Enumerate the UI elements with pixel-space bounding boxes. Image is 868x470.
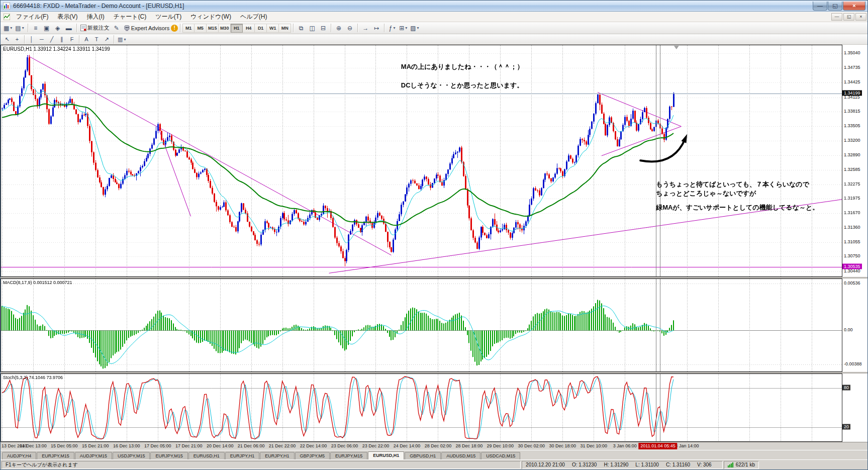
timeframe-group: M1M5M15M30H1H4D1W1MN [182,24,291,33]
chart-tab[interactable]: AUDUSD,M15 [441,452,480,459]
timeframe-button-mn[interactable]: MN [279,24,291,33]
metaeditor-button[interactable]: ✎ [111,23,122,33]
chart-tab[interactable]: EURUSD,H1 [188,452,225,459]
time-axis-label: 30 Dec 02:00 [518,443,545,448]
periods-icon: ⊞ [399,25,404,32]
menu-item[interactable]: 挿入(I) [82,12,109,21]
text-label-button[interactable]: T [91,35,102,44]
menu-item[interactable]: ヘルプ(H) [236,12,272,21]
tile-vertical-icon: ⊟ [321,25,326,32]
chart-window-icon [3,13,11,21]
new-chart-button[interactable]: ▦▾ [2,23,14,33]
chart-tab[interactable]: EURJPY,H1 [225,452,259,459]
styles-icon: ▥ [118,36,123,43]
chart-text-annotation[interactable]: DCしそうな・・とか思ったと思います。 [401,81,523,90]
time-axis-label: 28 Dec 02:00 [425,443,452,448]
chart-tab[interactable]: GBPUSD,H1 [405,452,441,459]
timeframe-button-d1[interactable]: D1 [255,24,267,33]
menu-item[interactable]: ツール(T) [151,12,186,21]
cursor-icon: ↖ [5,36,9,43]
data-window-button[interactable]: ▣ [41,23,52,33]
crosshair-button[interactable]: + [12,35,22,44]
indicators-button[interactable]: ƒ▾ [387,23,398,33]
timeframe-button-w1[interactable]: W1 [267,24,279,33]
standard-toolbar: ▦▾ ▤▾ ≡ ▣ ◈ ▬ 新規注文 ✎ Expert Advisors ! M… [1,22,867,34]
timeframe-button-m5[interactable]: M5 [195,24,207,33]
close-icon[interactable]: × [843,2,865,11]
expert-advisors-label: Expert Advisors [131,25,169,31]
fibonacci-button[interactable]: F [67,35,77,44]
zoom-out-button[interactable]: ⊖ [344,23,355,33]
time-axis-label: 17 Dec 21:00 [175,443,203,448]
menu-item[interactable]: ウィンドウ(W) [186,12,236,21]
price-axis[interactable]: 1.350401.347351.344251.341151.338151.335… [842,45,867,277]
trendline-button[interactable]: ╱ [47,35,57,44]
price-marker-box: 1.30535 [842,263,862,269]
menu-bar: ファイル(F)表示(V)挿入(I)チャート(C)ツール(T)ウィンドウ(W)ヘル… [1,12,867,22]
tile-horizontal-button[interactable]: ◫ [307,23,318,33]
navigator-button[interactable]: ◈ [52,23,63,33]
chart-tab[interactable]: EURJPY,H1 [260,452,294,459]
main-price-chart[interactable]: EURUSD,H1 1.33912 1.34224 1.33911 1.3419… [1,45,842,277]
child-close-icon[interactable]: × [855,13,866,21]
timeframe-button-m1[interactable]: M1 [182,24,195,33]
arrows-icon: ↗ [104,36,109,43]
timeframe-button-h4[interactable]: H4 [243,24,255,33]
vertical-line-button[interactable]: │ [27,35,37,44]
time-axis-label: 24 Dec 14:00 [394,443,421,448]
cursor-button[interactable]: ↖ [2,35,12,44]
tile-vertical-button[interactable]: ⊟ [318,23,329,33]
child-minimize-icon[interactable]: — [831,13,842,21]
metaeditor-icon: ✎ [114,25,119,32]
auto-scroll-button[interactable]: → [360,23,371,33]
restore-icon[interactable]: ◱ [828,2,842,11]
title-bar[interactable]: 66694418: FXDD - MetaTrader - Demo Accou… [1,1,867,12]
zoom-in-button[interactable]: ⊕ [333,23,344,33]
styles-button[interactable]: ▥▾ [116,35,127,44]
status-open: O: 1.31230 [572,462,597,467]
periods-button[interactable]: ⊞▾ [398,23,409,33]
menu-item[interactable]: ファイル(F) [12,12,53,21]
cascade-windows-button[interactable]: ⧉ [296,23,307,33]
macd-indicator-panel[interactable]: MACD(8,17,9) 0.001512 0.000721 [1,278,842,372]
chart-tab[interactable]: GBPJPY,M5 [295,452,330,459]
horizontal-line-icon: ─ [40,36,44,42]
price-axis-label: 1.30750 [844,253,860,258]
chart-tab[interactable]: EURUSD,H1 [368,451,404,459]
timeframe-button-m15[interactable]: M15 [207,24,219,33]
chart-text-annotation[interactable]: MAの上にありましたね・・・（＾＾；） [401,62,524,71]
templates-button[interactable]: ▨▾ [409,23,420,33]
arrows-button[interactable]: ↗ [102,35,112,44]
chart-tab[interactable]: AUDJPY,M15 [75,452,112,459]
chart-tab[interactable]: EURJPY,M15 [37,452,74,459]
chart-tab[interactable]: AUDJPY,H4 [2,452,36,459]
metatrader-window: 66694418: FXDD - MetaTrader - Demo Accou… [0,0,868,470]
horizontal-line-button[interactable]: ─ [37,35,47,44]
text-button[interactable]: A [81,35,91,44]
terminal-button[interactable]: ▬ [63,23,74,33]
stochastic-indicator-panel[interactable]: Stoch(5,3,3) 74.1046 73.9706 [1,373,842,442]
new-order-button[interactable]: 新規注文 [79,23,111,33]
channel-button[interactable]: ∥ [57,35,67,44]
channel-icon: ∥ [60,36,63,43]
chart-tab[interactable]: EURJPY,M15 [150,452,187,459]
alert-exclamation-icon[interactable]: ! [171,25,178,32]
chart-text-annotation-block[interactable]: もうちょっと待てばといっても、７本くらいなので ちょっとどころじゃ～ないですが … [656,180,819,212]
market-watch-button[interactable]: ≡ [30,23,41,33]
text-label-icon: T [95,36,99,42]
chart-tab[interactable]: EURJPY,M15 [330,452,367,459]
chart-tab[interactable]: USDJPY,M15 [113,452,150,459]
menu-item[interactable]: チャート(C) [109,12,151,21]
time-axis[interactable]: 13 Dec 201014 Dec 13:0015 Dec 05:0015 De… [1,442,867,450]
chart-tab[interactable]: USDCAD,M15 [481,452,520,459]
expert-advisors-button[interactable]: Expert Advisors [122,23,171,33]
timeframe-button-h1[interactable]: H1 [231,24,243,33]
chart-shift-button[interactable]: ↦ [371,23,382,33]
child-restore-icon[interactable]: ◱ [843,13,854,21]
profiles-icon: ▤ [15,25,21,32]
menu-item[interactable]: 表示(V) [53,12,82,21]
timeframe-button-m30[interactable]: M30 [219,24,231,33]
profiles-button[interactable]: ▤▾ [14,23,25,33]
minimize-icon[interactable]: — [813,2,827,11]
traffic-counter: 622/1 kb [736,462,755,467]
